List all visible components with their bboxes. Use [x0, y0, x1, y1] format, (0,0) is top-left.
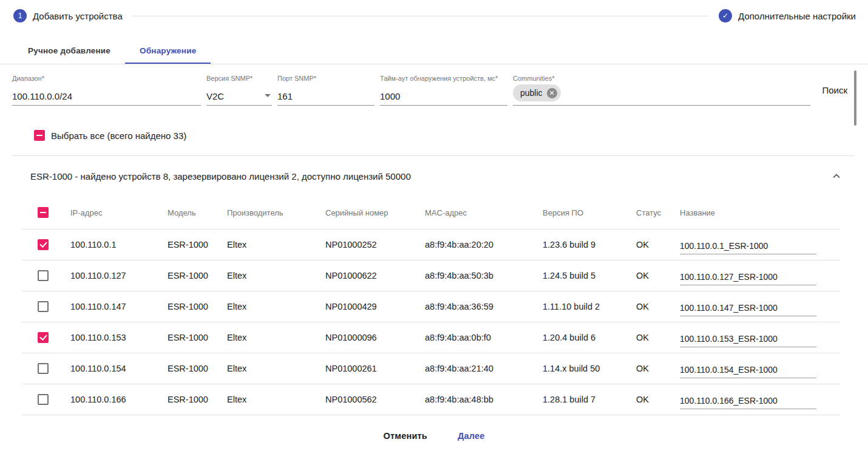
- cell-ip: 100.110.0.127: [70, 271, 168, 280]
- cell-vendor: Eltex: [227, 240, 325, 250]
- cell-firmware: 1.24.5 build 5: [543, 271, 636, 280]
- cell-firmware: 1.20.4 build 6: [543, 333, 636, 342]
- group-select-checkbox[interactable]: [38, 207, 49, 218]
- select-all-checkbox[interactable]: [34, 130, 45, 141]
- community-chip-label: public: [520, 88, 543, 98]
- cell-mac: a8:f9:4b:aa:36:59: [425, 302, 543, 311]
- cell-ip: 100.110.0.154: [70, 364, 168, 373]
- step-2-check-badge: ✓: [719, 9, 732, 22]
- discovery-form: Диапазон* 100.110.0.0/24 Версия SNMP* V2…: [12, 74, 853, 106]
- cell-model: ESR-1000: [168, 240, 227, 250]
- range-field[interactable]: Диапазон* 100.110.0.0/24: [12, 74, 201, 106]
- chip-remove-icon[interactable]: ✕: [547, 88, 557, 98]
- select-all-label: Выбрать все (всего найдено 33): [51, 131, 186, 141]
- col-header-model: Модель: [168, 208, 227, 217]
- timeout-value: 1000: [380, 91, 507, 101]
- next-button[interactable]: Далее: [454, 426, 489, 446]
- cell-status: OK: [636, 395, 680, 404]
- communities-label: Communities*: [513, 74, 810, 82]
- device-name-input[interactable]: [680, 303, 816, 316]
- col-header-firmware: Версия ПО: [543, 208, 636, 217]
- cell-vendor: Eltex: [227, 271, 325, 280]
- cell-firmware: 1.23.6 build 9: [543, 240, 636, 250]
- cell-status: OK: [636, 333, 680, 342]
- row-checkbox[interactable]: [38, 301, 49, 312]
- row-checkbox[interactable]: [38, 363, 49, 374]
- col-header-mac: MAC-адрес: [425, 208, 543, 217]
- tab-discovery[interactable]: Обнаружение: [125, 38, 211, 64]
- device-name-input[interactable]: [680, 334, 816, 347]
- cell-model: ESR-1000: [168, 271, 227, 280]
- range-label: Диапазон*: [12, 74, 201, 82]
- cell-model: ESR-1000: [168, 302, 227, 311]
- row-checkbox[interactable]: [38, 239, 49, 250]
- stepper-connector-line: [132, 16, 709, 16]
- select-all-row: Выбрать все (всего найдено 33): [34, 130, 868, 141]
- tab-bar: Ручное добавление Обнаружение: [0, 38, 868, 64]
- cell-vendor: Eltex: [227, 302, 325, 311]
- step-1-label: Добавить устройства: [33, 11, 123, 21]
- cell-model: ESR-1000: [168, 333, 227, 342]
- cell-serial: NP01000622: [325, 271, 425, 280]
- chevron-up-icon: [829, 169, 844, 183]
- device-name-input[interactable]: [680, 241, 816, 254]
- table-header-row: IP-адрес Модель Производитель Серийный н…: [22, 196, 840, 229]
- table-row: 100.110.0.147 ESR-1000 Eltex NP01000429 …: [22, 291, 840, 322]
- timeout-field[interactable]: Тайм-аут обнаружения устройств, мс* 1000: [380, 74, 507, 106]
- cell-mac: a8:f9:4b:aa:21:40: [425, 364, 543, 373]
- search-button[interactable]: Поиск: [816, 80, 853, 100]
- cell-status: OK: [636, 271, 680, 280]
- cell-firmware: 1.28.1 build 7: [543, 395, 636, 404]
- cell-status: OK: [636, 364, 680, 373]
- cell-ip: 100.110.0.153: [70, 333, 168, 342]
- row-checkbox[interactable]: [38, 332, 49, 343]
- cell-model: ESR-1000: [168, 364, 227, 373]
- scrollbar[interactable]: [854, 70, 856, 126]
- cell-status: OK: [636, 302, 680, 311]
- device-group-header: ESR-1000 - найдено устройств 8, зарезерв…: [0, 156, 868, 196]
- cell-status: OK: [636, 240, 680, 250]
- device-name-input[interactable]: [680, 272, 816, 285]
- snmp-port-field[interactable]: Порт SNMP* 161: [277, 74, 375, 106]
- cell-serial: NP01000562: [325, 395, 425, 404]
- range-value: 100.110.0.0/24: [12, 91, 201, 101]
- row-checkbox[interactable]: [38, 394, 49, 405]
- cell-mac: a8:f9:4b:aa:0b:f0: [425, 333, 543, 342]
- check-icon: ✓: [722, 12, 728, 19]
- col-header-serial: Серийный номер: [325, 208, 425, 217]
- wizard-stepper: 1 Добавить устройства ✓ Дополнительные н…: [0, 0, 868, 22]
- cell-ip: 100.110.0.1: [70, 240, 168, 250]
- table-row: 100.110.0.166 ESR-1000 Eltex NP01000562 …: [22, 384, 840, 415]
- cell-firmware: 1.14.x build 50: [543, 364, 636, 373]
- cell-ip: 100.110.0.147: [70, 302, 168, 311]
- snmp-port-value: 161: [277, 91, 375, 101]
- col-header-ip: IP-адрес: [70, 208, 168, 217]
- cell-ip: 100.110.0.166: [70, 395, 168, 404]
- row-checkbox[interactable]: [38, 270, 49, 281]
- cell-serial: NP01000261: [325, 364, 425, 373]
- snmp-port-label: Порт SNMP*: [277, 74, 375, 82]
- table-row: 100.110.0.127 ESR-1000 Eltex NP01000622 …: [22, 260, 840, 291]
- snmp-version-value: V2C: [206, 91, 224, 101]
- collapse-panel-button[interactable]: [828, 168, 845, 185]
- step-2: ✓ Дополнительные настройки: [719, 9, 856, 22]
- community-chip: public ✕: [513, 84, 561, 101]
- cell-mac: a8:f9:4b:aa:50:3b: [425, 271, 543, 280]
- step-2-label: Дополнительные настройки: [738, 11, 856, 21]
- device-name-input[interactable]: [680, 365, 816, 378]
- cell-vendor: Eltex: [227, 395, 325, 404]
- communities-field[interactable]: Communities* public ✕: [513, 74, 810, 106]
- table-row: 100.110.0.154 ESR-1000 Eltex NP01000261 …: [22, 353, 840, 384]
- table-row: 100.110.0.153 ESR-1000 Eltex NP01000096 …: [22, 322, 840, 353]
- chevron-down-icon: [265, 94, 271, 97]
- devices-table: IP-адрес Модель Производитель Серийный н…: [22, 196, 840, 415]
- snmp-version-label: Версия SNMP*: [206, 74, 272, 82]
- device-name-input[interactable]: [680, 396, 816, 409]
- tab-manual-add[interactable]: Ручное добавление: [13, 38, 125, 64]
- col-header-status: Статус: [636, 208, 680, 217]
- cell-serial: NP01000252: [325, 240, 425, 250]
- cancel-button[interactable]: Отменить: [379, 426, 430, 446]
- col-header-name: Название: [680, 208, 840, 217]
- cell-mac: a8:f9:4b:aa:20:20: [425, 240, 543, 250]
- snmp-version-select[interactable]: Версия SNMP* V2C: [206, 74, 272, 106]
